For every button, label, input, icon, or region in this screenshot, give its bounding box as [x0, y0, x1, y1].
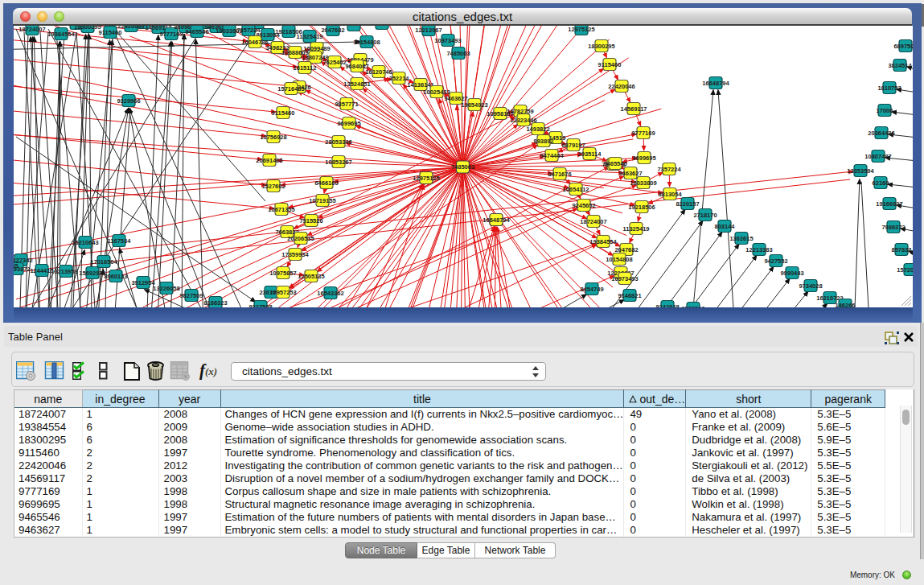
svg-text:9699695: 9699695	[337, 120, 360, 127]
svg-text:12505135: 12505135	[298, 273, 324, 280]
svg-text:7357224: 7357224	[657, 166, 681, 173]
svg-text:9115460: 9115460	[272, 109, 295, 117]
svg-text:10853267: 10853267	[325, 159, 351, 166]
svg-text:8756855: 8756855	[14, 262, 18, 270]
svg-text:13524851: 13524851	[343, 80, 370, 88]
svg-text:9990443: 9990443	[780, 270, 803, 277]
svg-text:9777169: 9777169	[631, 130, 655, 137]
svg-text:12975125: 12975125	[413, 175, 439, 182]
svg-text:19384554: 19384554	[47, 31, 75, 38]
svg-text:14569117: 14569117	[621, 105, 647, 113]
svg-text:10973493: 10973493	[434, 37, 461, 44]
svg-text:9734028: 9734028	[799, 282, 822, 290]
svg-text:3213958: 3213958	[54, 268, 77, 275]
svg-text:22420046: 22420046	[608, 83, 634, 90]
svg-text:8471676: 8471676	[548, 171, 571, 178]
svg-text:16046786: 16046786	[241, 39, 268, 46]
svg-text:1244415: 1244415	[30, 267, 53, 274]
svg-text:18300295: 18300295	[588, 43, 614, 50]
svg-text:857833: 857833	[891, 246, 911, 253]
svg-text:15720407: 15720407	[897, 266, 913, 274]
svg-text:18724007: 18724007	[18, 26, 45, 33]
svg-text:11325419: 11325419	[623, 225, 650, 233]
svg-text:9115460: 9115460	[598, 61, 622, 68]
svg-text:20691406: 20691406	[256, 157, 282, 164]
svg-text:9857771: 9857771	[335, 101, 358, 108]
svg-text:10154808: 10154808	[353, 39, 380, 46]
svg-text:12213967: 12213967	[415, 27, 441, 34]
svg-text:16648794: 16648794	[483, 216, 510, 224]
svg-text:8960123: 8960123	[104, 273, 127, 280]
svg-text:10654112: 10654112	[563, 186, 589, 193]
svg-text:9245652: 9245652	[572, 202, 595, 209]
svg-text:146266: 146266	[835, 302, 855, 308]
svg-text:1493822: 1493822	[526, 126, 549, 133]
svg-text:10756928: 10756928	[260, 134, 286, 141]
svg-text:1167534: 1167534	[108, 237, 132, 245]
svg-text:19218506: 19218506	[628, 204, 655, 211]
svg-text:9827509: 9827509	[179, 292, 203, 299]
svg-text:3824514: 3824514	[888, 62, 912, 69]
svg-text:893892: 893892	[533, 138, 553, 145]
svg-text:13226058: 13226058	[153, 285, 179, 292]
svg-text:7625402: 7625402	[322, 59, 346, 66]
svg-text:1810753: 1810753	[877, 84, 901, 92]
svg-text:10975857: 10975857	[269, 270, 296, 277]
svg-text:15716485: 15716485	[277, 85, 304, 93]
svg-text:12213383: 12213383	[745, 246, 772, 253]
svg-text:8454749: 8454749	[580, 286, 603, 293]
svg-text:7986372: 7986372	[881, 224, 905, 231]
svg-text:10719155: 10719155	[309, 197, 335, 204]
svg-text:10154808: 10154808	[606, 256, 632, 263]
svg-text:17359934: 17359934	[281, 251, 309, 258]
svg-text:15692971: 15692971	[79, 270, 105, 277]
svg-text:6897508: 6897508	[893, 43, 913, 50]
svg-text:7515526: 7515526	[299, 217, 322, 225]
svg-text:8186323: 8186323	[203, 299, 227, 307]
svg-text:7485063: 7485063	[451, 163, 474, 171]
svg-text:2047682: 2047682	[321, 27, 344, 34]
svg-text:9427552: 9427552	[764, 257, 787, 265]
svg-text:13353594: 13353594	[847, 167, 874, 175]
svg-text:17957253: 17957253	[269, 289, 296, 296]
svg-text:2718170: 2718170	[693, 212, 717, 219]
svg-text:28053346: 28053346	[325, 138, 351, 146]
svg-text:17006: 17006	[877, 107, 893, 114]
svg-text:9474444: 9474444	[540, 152, 564, 159]
svg-text:2047682: 2047682	[614, 246, 638, 253]
svg-text:9242848: 9242848	[655, 303, 679, 308]
svg-text:19384554: 19384554	[589, 238, 617, 245]
svg-text:(x): (x)	[205, 365, 217, 377]
svg-text:22420046: 22420046	[117, 26, 144, 30]
svg-text:1527602: 1527602	[261, 183, 285, 190]
svg-text:3912954: 3912954	[131, 279, 155, 286]
svg-text:19166827: 19166827	[876, 200, 902, 208]
svg-text:8813054: 8813054	[658, 191, 682, 198]
svg-text:16033809: 16033809	[630, 179, 656, 187]
svg-text:9146821: 9146821	[618, 292, 641, 299]
svg-text:1362615: 1362615	[729, 235, 753, 242]
svg-text:20206535: 20206535	[287, 235, 314, 242]
svg-text:6466160: 6466160	[314, 179, 338, 187]
svg-text:9327508: 9327508	[248, 303, 272, 308]
svg-text:7485063: 7485063	[446, 50, 470, 57]
svg-text:10807487: 10807487	[864, 153, 891, 160]
svg-text:10671355: 10671355	[268, 206, 294, 213]
svg-text:19654923: 19654923	[461, 101, 487, 109]
svg-text:2935114: 2935114	[578, 150, 602, 158]
svg-text:8220157: 8220157	[676, 200, 699, 208]
svg-text:18724007: 18724007	[580, 218, 606, 225]
svg-text:1588520: 1588520	[681, 305, 704, 308]
svg-text:16543362: 16543362	[317, 290, 343, 297]
svg-text:9465546: 9465546	[603, 160, 626, 167]
svg-text:9115460: 9115460	[99, 29, 122, 36]
svg-text:9699695: 9699695	[632, 154, 655, 162]
svg-text:9329966: 9329966	[117, 97, 140, 105]
svg-text:18300295: 18300295	[74, 26, 101, 31]
svg-text:62160: 62160	[873, 179, 889, 187]
svg-text:12975125: 12975125	[568, 26, 594, 33]
svg-text:11325419: 11325419	[297, 33, 323, 40]
svg-text:6879197: 6879197	[561, 142, 585, 149]
svg-text:1615112: 1615112	[294, 64, 317, 72]
svg-text:803144: 803144	[714, 223, 735, 230]
